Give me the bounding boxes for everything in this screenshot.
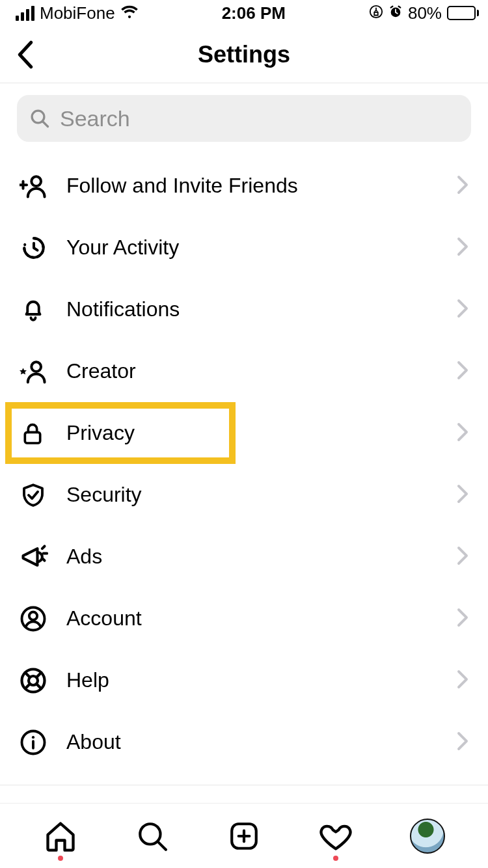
plus-square-icon xyxy=(228,820,260,852)
row-label: Notifications xyxy=(66,297,180,321)
page-title: Settings xyxy=(198,41,290,68)
chevron-right-icon xyxy=(457,360,468,383)
search-input[interactable] xyxy=(60,106,458,131)
row-label: Follow and Invite Friends xyxy=(66,174,298,198)
status-bar: MobiFone 2:06 PM 80% xyxy=(0,0,488,26)
help-icon xyxy=(20,667,56,694)
home-icon xyxy=(44,819,77,853)
svg-line-9 xyxy=(42,546,45,549)
row-security[interactable]: Security xyxy=(0,464,488,526)
status-time: 2:06 PM xyxy=(222,3,286,23)
account-icon xyxy=(20,605,56,632)
tab-search[interactable] xyxy=(133,817,172,856)
carrier-label: MobiFone xyxy=(40,3,115,23)
signal-icon xyxy=(16,6,34,21)
info-icon xyxy=(20,729,56,756)
svg-point-7 xyxy=(31,362,41,372)
chevron-right-icon xyxy=(457,484,468,506)
chevron-right-icon xyxy=(457,731,468,753)
avatar-icon xyxy=(410,819,445,854)
tab-profile[interactable] xyxy=(408,817,447,856)
orientation-lock-icon xyxy=(369,3,383,23)
alarm-icon xyxy=(388,3,403,23)
status-left: MobiFone xyxy=(16,3,139,23)
notification-dot xyxy=(58,856,63,861)
tab-bar xyxy=(0,803,488,868)
star-user-icon xyxy=(20,357,56,386)
status-right: 80% xyxy=(369,3,479,23)
battery-pct: 80% xyxy=(408,3,442,23)
search-icon xyxy=(30,109,49,128)
svg-line-17 xyxy=(36,672,41,677)
nav-bar: Settings xyxy=(0,26,488,83)
heart-icon xyxy=(319,819,353,853)
row-ads[interactable]: Ads xyxy=(0,526,488,588)
chevron-right-icon xyxy=(457,422,468,444)
tab-create[interactable] xyxy=(224,817,264,856)
row-label: Creator xyxy=(66,359,136,383)
svg-rect-8 xyxy=(25,432,40,443)
row-label: Privacy xyxy=(66,421,135,445)
shield-icon xyxy=(20,481,56,509)
row-about[interactable]: About xyxy=(0,711,488,773)
svg-line-18 xyxy=(25,684,30,688)
chevron-right-icon xyxy=(457,299,468,321)
svg-line-24 xyxy=(158,842,165,849)
wifi-icon xyxy=(120,3,139,23)
search-container xyxy=(0,83,488,148)
back-button[interactable] xyxy=(9,38,42,71)
svg-point-22 xyxy=(32,736,34,739)
battery-icon xyxy=(447,6,479,20)
row-creator[interactable]: Creator xyxy=(0,340,488,402)
svg-line-19 xyxy=(36,684,41,688)
svg-point-23 xyxy=(140,824,160,844)
row-notifications[interactable]: Notifications xyxy=(0,278,488,340)
svg-line-11 xyxy=(42,558,45,560)
bell-icon xyxy=(20,296,56,323)
row-label: Account xyxy=(66,606,142,631)
megaphone-icon xyxy=(20,543,56,571)
svg-line-16 xyxy=(25,672,30,677)
chevron-right-icon xyxy=(457,670,468,692)
row-label: Help xyxy=(66,668,109,692)
row-label: About xyxy=(66,730,121,754)
row-label: Your Activity xyxy=(66,236,179,260)
chevron-left-icon xyxy=(17,40,34,69)
settings-list: Follow and Invite Friends Your Activity … xyxy=(0,148,488,785)
tab-activity[interactable] xyxy=(316,817,355,856)
row-label: Ads xyxy=(66,545,102,569)
divider xyxy=(0,785,488,785)
row-follow-invite[interactable]: Follow and Invite Friends xyxy=(0,155,488,217)
row-your-activity[interactable]: Your Activity xyxy=(0,217,488,278)
add-user-icon xyxy=(20,172,56,200)
tab-home[interactable] xyxy=(41,817,80,856)
search-field[interactable] xyxy=(17,95,471,142)
activity-icon xyxy=(20,234,56,262)
notification-dot xyxy=(333,856,338,861)
row-label: Security xyxy=(66,483,142,507)
svg-point-13 xyxy=(29,612,37,619)
row-help[interactable]: Help xyxy=(0,649,488,711)
chevron-right-icon xyxy=(457,175,468,197)
row-privacy[interactable]: Privacy xyxy=(0,402,488,464)
chevron-right-icon xyxy=(457,546,468,568)
search-icon xyxy=(136,820,169,852)
svg-line-3 xyxy=(43,122,48,127)
svg-point-4 xyxy=(31,176,41,186)
chevron-right-icon xyxy=(457,608,468,630)
lock-icon xyxy=(20,420,56,446)
row-account[interactable]: Account xyxy=(0,588,488,649)
chevron-right-icon xyxy=(457,237,468,259)
